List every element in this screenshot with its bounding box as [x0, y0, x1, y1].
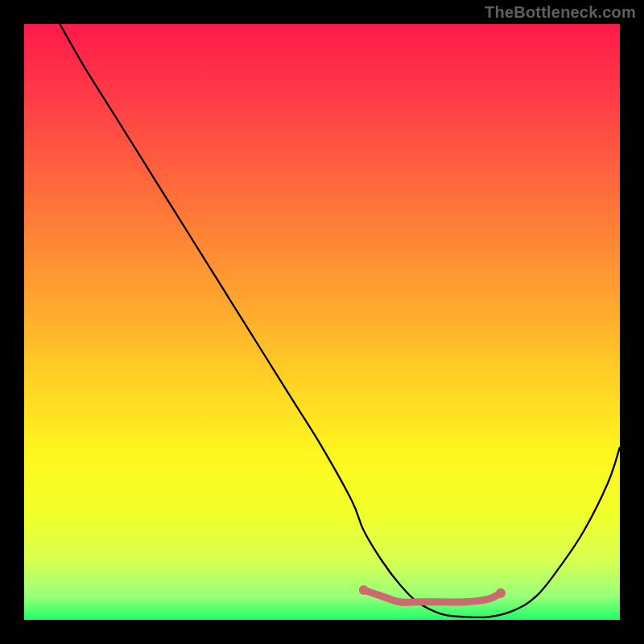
balanced-zone-end-dot — [496, 588, 506, 598]
chart-frame: TheBottleneck.com — [0, 0, 644, 644]
chart-plot-area — [24, 24, 620, 620]
chart-svg — [24, 24, 620, 620]
watermark-text: TheBottleneck.com — [485, 3, 636, 22]
balanced-zone-start-dot — [359, 585, 369, 595]
